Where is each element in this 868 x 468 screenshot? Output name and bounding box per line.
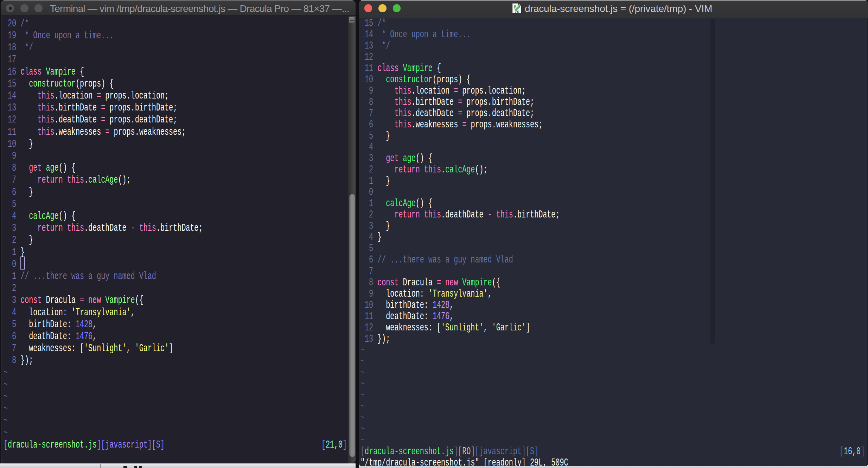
svg-text:JS: JS [515,10,519,13]
